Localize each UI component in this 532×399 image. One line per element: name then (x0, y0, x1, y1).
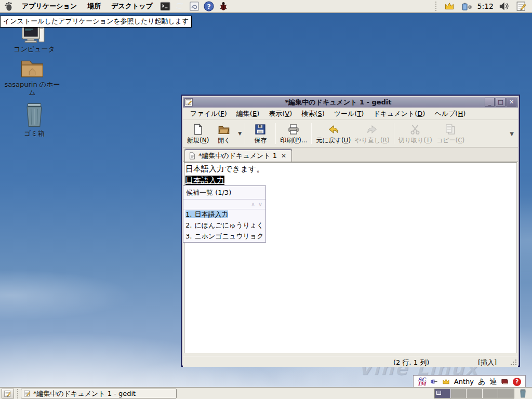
ime-engine-name[interactable]: Anthy (454, 378, 474, 385)
workspace-window-thumb (436, 391, 441, 395)
help-launcher-icon[interactable] (203, 1, 215, 12)
tab-strip: *編集中のドキュメント 1 ✕ (183, 148, 518, 162)
show-desktop-button[interactable] (2, 389, 14, 398)
candidate-item-2[interactable]: 2.にほんごにゅうりょく (183, 220, 265, 231)
menu-applications[interactable]: アプリケーション (17, 0, 82, 12)
desktop-icon-computer[interactable]: コンピュータ (4, 24, 64, 53)
new-document-icon (192, 124, 204, 135)
applications-menu-tooltip: インストールしたアプリケーションを参照したり起動します (0, 16, 192, 28)
gnome-main-menu-icon[interactable] (3, 1, 15, 12)
close-button[interactable]: ✕ (507, 98, 516, 107)
bug-report-launcher-icon[interactable] (218, 1, 229, 12)
save-button[interactable]: 保存 (247, 121, 273, 146)
menu-view[interactable]: 表示(V) (264, 108, 297, 120)
cut-button: 切り取り(T) (396, 121, 434, 146)
desktop: Vine Linux アプリケーション 場所 デスクトップ 5:12 インストー… (0, 0, 532, 399)
titlebar[interactable]: *編集中のドキュメント 1 - gedit _ □ ✕ (183, 97, 518, 108)
menu-tools[interactable]: ツール(T) (329, 108, 369, 120)
floppy-save-icon (255, 124, 266, 135)
workspace-3[interactable] (467, 389, 483, 398)
menu-file[interactable]: ファイル(F) (185, 108, 232, 120)
workspace-4[interactable] (483, 389, 499, 398)
toolbar-separator (311, 123, 312, 144)
toolbar-separator (394, 123, 394, 144)
applet-handle[interactable] (435, 2, 438, 11)
clock[interactable]: 5:12 (477, 2, 494, 10)
taskbar-task-gedit[interactable]: *編集中のドキュメント 1 - gedit (21, 389, 177, 398)
home-folder-icon (19, 58, 45, 79)
menu-search[interactable]: 検索(S) (297, 108, 329, 120)
open-button[interactable]: 開く (211, 121, 237, 146)
terminal-launcher-icon[interactable] (159, 1, 171, 12)
printer-icon (288, 124, 299, 135)
menu-edit[interactable]: 編集(E) (232, 108, 264, 120)
new-button[interactable]: 新規(N) (185, 121, 211, 146)
desktop-icon-label: ゴミ箱 (4, 129, 64, 137)
menu-documents[interactable]: ドキュメント(D) (368, 108, 430, 120)
notes-tray-icon[interactable] (516, 1, 527, 12)
tab-close-icon[interactable]: ✕ (280, 152, 288, 160)
web-browser-launcher-icon[interactable] (174, 1, 185, 12)
candidate-nav-row: ∧ ∨ (183, 200, 265, 209)
open-folder-icon (218, 124, 230, 135)
desktop-icon-label: sasapurin のホーム (2, 81, 62, 96)
top-panel-right-cluster: 5:12 (434, 0, 532, 12)
candidate-window-title: 候補一覧 (1/3) (183, 186, 265, 200)
window-resize-grip[interactable] (510, 359, 517, 366)
insert-mode-status: [挿入] (478, 358, 497, 367)
tab-document-1[interactable]: *編集中のドキュメント 1 ✕ (184, 149, 292, 162)
candidate-page-up-icon[interactable]: ∧ (251, 201, 255, 208)
minimize-button[interactable]: _ (485, 98, 495, 107)
menu-desktop[interactable]: デスクトップ (106, 0, 158, 12)
copy-pages-icon (445, 124, 456, 135)
workspace-5[interactable] (498, 389, 514, 398)
scim-crown-tray-icon[interactable] (444, 1, 455, 12)
menu-help[interactable]: ヘルプ(H) (430, 108, 470, 120)
open-dropdown-arrow-icon[interactable]: ▼ (238, 131, 242, 136)
toolbar-separator (245, 123, 245, 144)
workspace-2[interactable] (451, 389, 467, 398)
dictionary-book-icon[interactable] (501, 378, 509, 385)
redo-button: やり直し(R) (353, 121, 392, 146)
anthy-crown-icon[interactable] (442, 378, 450, 385)
volume-speaker-icon[interactable] (498, 1, 510, 12)
print-button[interactable]: 印刷(P)... (278, 121, 309, 146)
menu-places[interactable]: 場所 (82, 0, 106, 12)
editor-line-1: 日本語入力できます。 (185, 163, 515, 175)
input-mode-hiragana[interactable]: あ (478, 377, 485, 387)
applet-handle[interactable] (17, 389, 20, 398)
bottom-panel: *編集中のドキュメント 1 - gedit (0, 387, 532, 399)
desktop-icon-label: コンピュータ (4, 45, 64, 53)
editor-line-2: 日本語入力 (185, 175, 515, 186)
document-swirl-launcher-icon[interactable] (189, 1, 200, 12)
menubar: ファイル(F) 編集(E) 表示(V) 検索(S) ツール(T) ドキュメント(… (183, 108, 518, 120)
trash-applet-icon[interactable] (517, 388, 528, 399)
candidate-item-1[interactable]: 1.日本語入力 (183, 209, 265, 220)
desktop-icon-home-folder[interactable]: sasapurin のホーム (2, 58, 62, 96)
desktop-icon-trash[interactable]: ゴミ箱 (4, 103, 64, 137)
maximize-button[interactable]: □ (496, 98, 506, 107)
conversion-mode[interactable]: 連 (489, 377, 497, 387)
undo-button[interactable]: 元に戻す(U) (314, 121, 353, 146)
scissors-cut-icon (409, 124, 421, 135)
copy-button: コピー(C) (434, 121, 467, 146)
show-desktop-icon (4, 390, 11, 397)
candidate-item-3[interactable]: 3.ニホンゴニュウリョク (183, 231, 265, 242)
top-panel: アプリケーション 場所 デスクトップ 5:12 (0, 0, 532, 13)
toolbar-separator (275, 123, 276, 144)
scim-logo[interactable]: SCIM (418, 378, 426, 386)
pushpin-icon[interactable] (430, 378, 438, 385)
window-gedit-icon (184, 98, 193, 107)
ime-candidate-window: 候補一覧 (1/3) ∧ ∨ 1.日本語入力 2.にほんごにゅうりょく 3.ニホ… (183, 185, 266, 243)
scim-help-icon[interactable]: ? (513, 378, 521, 386)
power-battery-icon[interactable] (461, 1, 473, 12)
candidate-page-down-icon[interactable]: ∨ (258, 201, 262, 208)
ime-preedit-text: 日本語入力 (185, 176, 224, 185)
toolbar-overflow-arrow-icon[interactable]: ▼ (510, 131, 516, 137)
workspace-switcher (434, 389, 514, 398)
gedit-task-icon (24, 390, 31, 397)
toolbar: 新規(N) 開く ▼ 保存 印刷(P)... 元に戻す(U) (183, 120, 518, 148)
workspace-1[interactable] (435, 389, 451, 398)
text-document-icon (189, 152, 196, 159)
trash-icon (23, 103, 45, 128)
